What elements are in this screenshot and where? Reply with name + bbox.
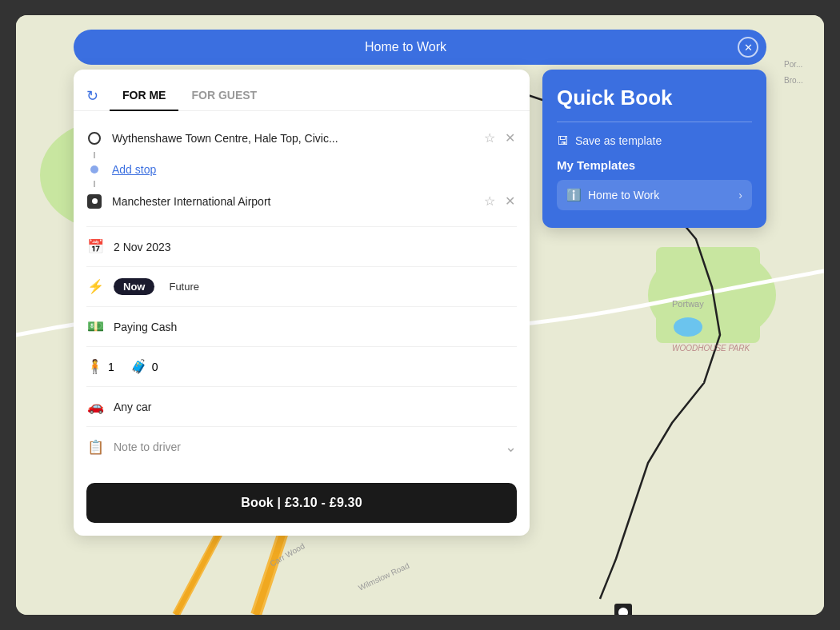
- save-template-row[interactable]: 🖫 Save as template: [557, 134, 752, 147]
- save-template-icon: 🖫: [557, 134, 569, 147]
- template-home-to-work-label: Home to Work: [588, 189, 732, 201]
- template-home-to-work[interactable]: ℹ️ Home to Work ›: [557, 180, 752, 210]
- origin-icon-col: [86, 132, 102, 145]
- route-dash-2: [94, 181, 95, 187]
- note-to-driver-row[interactable]: 📋 Note to driver ⌄: [86, 430, 517, 464]
- quickbook-title: Quick Book: [557, 86, 752, 110]
- save-template-label: Save as template: [575, 134, 662, 147]
- top-bar: Home to Work ✕: [74, 30, 766, 65]
- svg-text:WOODHOUSE PARK: WOODHOUSE PARK: [672, 344, 750, 353]
- luggage-icon: 🧳: [130, 358, 147, 375]
- divider-2: [86, 266, 517, 267]
- origin-row: Wythenshawe Town Centre, Hale Top, Civic…: [86, 124, 517, 152]
- divider-5: [86, 386, 517, 387]
- route-section: Wythenshawe Town Centre, Hale Top, Civic…: [86, 124, 517, 215]
- svg-text:Por...: Por...: [784, 60, 802, 69]
- car-type-label: Any car: [114, 401, 151, 413]
- payment-icon: 💵: [86, 318, 104, 335]
- book-button[interactable]: Book | £3.10 - £9.30: [86, 483, 517, 523]
- payment-label: Paying Cash: [114, 321, 177, 333]
- destination-row: Manchester International Airport ☆ ✕: [86, 187, 517, 215]
- screen: Portway WOODHOUSE PARK Hale Road Chapel …: [16, 15, 824, 615]
- luggage-count: 0: [152, 361, 158, 373]
- destination-icon-col: [86, 194, 102, 209]
- route-connector-2: [86, 181, 517, 187]
- svg-point-3: [674, 317, 702, 337]
- note-icon: 📋: [86, 439, 104, 456]
- destination-text[interactable]: Manchester International Airport: [112, 195, 473, 208]
- route-dash-1: [94, 152, 95, 158]
- note-to-driver-label: Note to driver: [114, 441, 181, 453]
- add-stop-row: Add stop: [86, 158, 517, 181]
- passengers-row[interactable]: 🧍 1 🧳 0: [86, 350, 517, 383]
- chevron-down-icon: ⌄: [505, 438, 517, 456]
- booking-panel: ↻ FOR ME FOR GUEST Wythenshawe Town Cent…: [74, 70, 530, 536]
- passengers-group: 🧍 1 🧳 0: [86, 358, 158, 375]
- person-icon: 🧍: [86, 358, 103, 375]
- tab-for-guest[interactable]: FOR GUEST: [178, 81, 270, 111]
- calendar-icon: 📅: [86, 238, 104, 255]
- top-bar-close-button[interactable]: ✕: [738, 37, 758, 58]
- origin-remove-button[interactable]: ✕: [503, 129, 517, 147]
- date-label: 2 Nov 2023: [114, 241, 171, 253]
- panel-tabs: ↻ FOR ME FOR GUEST: [74, 70, 530, 111]
- passenger-count: 1: [108, 361, 114, 373]
- now-pill[interactable]: Now: [114, 278, 154, 295]
- passenger-count-group: 🧍 1: [86, 358, 114, 375]
- divider-3: [86, 306, 517, 307]
- origin-text[interactable]: Wythenshawe Town Centre, Hale Top, Civic…: [112, 132, 473, 145]
- destination-favorite-button[interactable]: ☆: [482, 192, 497, 210]
- route-connector: [86, 152, 517, 158]
- origin-actions: ☆ ✕: [482, 129, 517, 147]
- payment-row[interactable]: 💵 Paying Cash: [86, 310, 517, 343]
- luggage-count-group: 🧳 0: [130, 358, 158, 375]
- template-info-icon: ℹ️: [566, 188, 582, 202]
- future-label[interactable]: Future: [169, 281, 199, 293]
- car-type-row[interactable]: 🚗 Any car: [86, 390, 517, 423]
- template-arrow-icon: ›: [738, 189, 742, 201]
- origin-dot: [88, 132, 101, 145]
- car-icon: 🚗: [86, 398, 104, 415]
- panel-body: Wythenshawe Town Centre, Hale Top, Civic…: [74, 111, 530, 476]
- date-row[interactable]: 📅 2 Nov 2023: [86, 230, 517, 263]
- divider-1: [86, 226, 517, 227]
- time-row[interactable]: ⚡ Now Future: [86, 270, 517, 303]
- tab-for-me[interactable]: FOR ME: [110, 81, 178, 111]
- divider-4: [86, 346, 517, 347]
- route-line-2: [94, 181, 95, 187]
- my-templates-title: My Templates: [557, 158, 752, 172]
- origin-favorite-button[interactable]: ☆: [482, 129, 497, 147]
- origin-dot-inner: [92, 136, 97, 141]
- lightning-icon: ⚡: [86, 278, 104, 295]
- qb-divider: [557, 122, 752, 122]
- quickbook-panel: Quick Book 🖫 Save as template My Templat…: [542, 70, 766, 228]
- destination-actions: ☆ ✕: [482, 192, 517, 210]
- add-stop-text[interactable]: Add stop: [112, 163, 517, 176]
- add-stop-dot: [90, 165, 98, 173]
- svg-text:Wilmslow Road: Wilmslow Road: [357, 561, 410, 592]
- route-line: [94, 152, 95, 158]
- destination-dot: [87, 194, 102, 209]
- divider-6: [86, 426, 517, 427]
- svg-text:Bro...: Bro...: [784, 76, 803, 85]
- svg-rect-2: [656, 247, 760, 343]
- destination-remove-button[interactable]: ✕: [503, 192, 517, 210]
- add-stop-icon-col: [86, 165, 102, 173]
- refresh-icon[interactable]: ↻: [86, 87, 98, 105]
- top-bar-title: Home to Work: [74, 40, 738, 54]
- map-label-portway: Portway: [672, 299, 704, 309]
